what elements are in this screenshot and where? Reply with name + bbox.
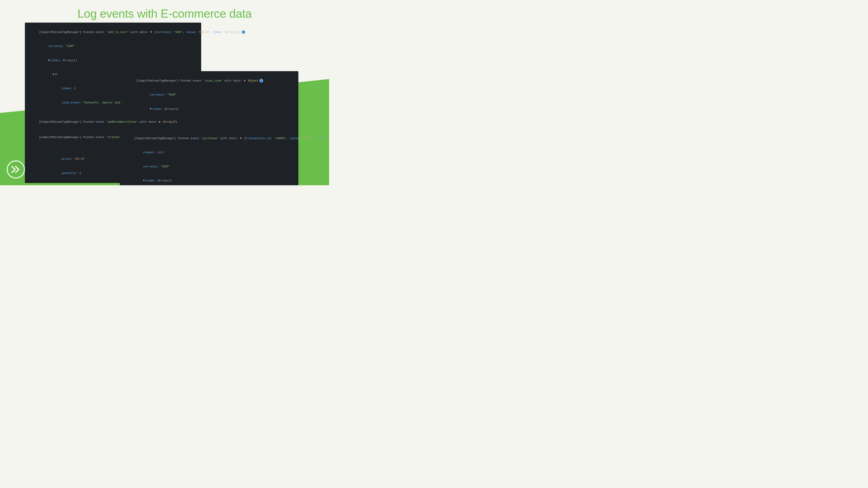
p4-val-currency: "EUR" — [161, 165, 169, 168]
panel2-obj: Object — [246, 79, 259, 83]
arrow-down-icon8: ▼ — [143, 178, 145, 183]
arrow-down-icon7: ▼ — [240, 136, 242, 141]
sep2: : — [59, 59, 63, 62]
panel4-header: [CampitMatomoTagManager] Pushed event 'p… — [123, 131, 292, 145]
logo-circle — [7, 160, 25, 178]
key-0: 0: — [55, 73, 59, 76]
p2-key-items: items — [152, 107, 161, 111]
arrow-right-icon1: ▶ — [159, 120, 161, 125]
p2-val-currency: "EUR" — [167, 93, 176, 96]
arrow-down-icon2: ▼ — [48, 58, 50, 63]
key-index: index — [62, 87, 70, 90]
panel2-prefix: [CampitMatomoTagManager] Pushed event 'v… — [136, 79, 244, 83]
arrow-down-icon: ▼ — [150, 30, 152, 35]
panel4-currency: currency: "EUR" — [123, 160, 292, 174]
panel1-currency: currency: "EUR" — [29, 39, 197, 53]
key-items: items — [51, 59, 59, 62]
panel3-line1: [CampitMatomoTagManager] Pushed event 'a… — [29, 115, 197, 129]
val-items: Array(1) — [63, 59, 77, 62]
key-quantity: quantity — [62, 171, 76, 175]
panel4-coupon: coupon: null — [123, 145, 292, 160]
panel2-header: [CampitMatomoTagManager] Pushed event 'v… — [126, 74, 295, 88]
arrow-down-icon3: ▼ — [53, 72, 55, 77]
key-price: price — [62, 157, 70, 161]
p4-key-coupon: coupon — [143, 151, 154, 154]
main-content: Log events with E-commerce data [CampitM… — [0, 0, 329, 29]
panel4-preview: {transaction_id: '10060', value: 2923.35… — [242, 137, 329, 140]
info-badge2: i — [259, 79, 263, 83]
val-quantity: 1 — [79, 171, 81, 175]
panel1-header: [CampitMatomoTagManager] Pushed event 'a… — [29, 25, 197, 39]
panel4-prefix: [CampitMatomoTagManager] Pushed event 'p… — [134, 137, 240, 140]
logo-svg — [10, 164, 22, 175]
arrow-down-icon4: ▼ — [244, 78, 246, 84]
key-item-brand: item_brand — [62, 101, 79, 104]
val-index: 1 — [74, 87, 76, 90]
p4-key-currency: currency — [143, 165, 157, 168]
val-currency: "EUR" — [66, 44, 74, 48]
panel1-preview: {currency: 'EUR', value: 760.07, items: … — [153, 31, 241, 34]
panel1-items-row: ▼items: Array(1) — [29, 54, 197, 68]
panel4-items-row: ▼items: Array(1) — [123, 174, 292, 185]
logo — [7, 160, 25, 178]
arrow-down-icon5: ▼ — [150, 107, 152, 111]
p3-prefix1: [CampitMatomoTagManager] Pushed event 'a… — [39, 120, 159, 124]
p2-key-currency: currency — [150, 93, 164, 96]
p4-val-items: Array(1) — [158, 179, 172, 182]
p4-val-coupon: null — [157, 151, 164, 154]
sep1: : — [62, 44, 66, 48]
p4-key-items: items — [146, 179, 154, 182]
panel-purchase: [CampitMatomoTagManager] Pushed event 'p… — [120, 129, 296, 185]
p3-val1: Array(5) — [161, 120, 177, 124]
key-currency: currency — [48, 44, 62, 48]
p2-val-items: Array(1) — [164, 107, 179, 111]
val-price: 760.07 — [74, 157, 85, 161]
panel2-currency: currency: "EUR" — [126, 88, 295, 102]
panel1-prefix: [CampitMatomoTagManager] Pushed event 'a… — [39, 31, 150, 34]
